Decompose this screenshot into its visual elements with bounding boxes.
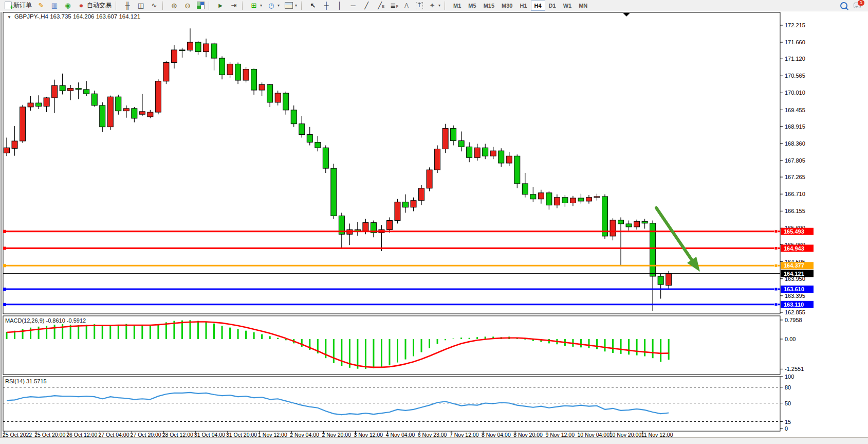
toolbar-separator: [445, 2, 448, 10]
timeframe-w1-button[interactable]: W1: [560, 1, 576, 11]
toolbar-separator: [242, 2, 246, 10]
toolbar-separator: [301, 2, 305, 10]
period-button[interactable]: ▾: [265, 0, 282, 11]
chart-area[interactable]: 172.215171.660171.120170.565170.010169.4…: [0, 0, 868, 444]
autotrading-button[interactable]: 自动交易: [75, 0, 114, 11]
text-button[interactable]: [400, 0, 413, 11]
fibonacci-button[interactable]: [386, 0, 400, 11]
new-chart-button[interactable]: ▾: [247, 0, 265, 11]
highlighter-button[interactable]: [34, 0, 48, 11]
trendline-button[interactable]: [360, 0, 373, 11]
new-order-icon: [5, 2, 12, 9]
candlestick-chart-icon: [137, 2, 145, 10]
shapes-button[interactable]: ▾: [426, 0, 443, 11]
timeframe-h1-button[interactable]: H1: [516, 1, 530, 11]
text-label-icon: [416, 2, 423, 9]
svg-text:163.395: 163.395: [785, 293, 805, 299]
symbol-title[interactable]: ▼GBPJPY-,H4 163.735 164.206 163.607 164.…: [7, 13, 140, 20]
signal-button[interactable]: [61, 0, 75, 11]
macd-indicator-label: MACD(12,26,9) -0.8610 -0.5912: [5, 317, 86, 324]
bar-chart-button[interactable]: [121, 0, 134, 11]
fibonacci-icon: [389, 2, 397, 10]
timeframe-h4-button[interactable]: H4: [531, 1, 545, 11]
svg-text:50: 50: [785, 400, 791, 406]
zoom-in-button[interactable]: [168, 0, 181, 11]
chart-canvas: 172.215171.660171.120170.565170.010169.4…: [0, 0, 868, 444]
svg-text:166.155: 166.155: [785, 208, 805, 214]
svg-text:172.215: 172.215: [785, 22, 805, 28]
timeframe-m1-button[interactable]: M1: [450, 1, 465, 11]
tile-windows-button[interactable]: [194, 0, 207, 11]
timeframe-d1-button[interactable]: D1: [545, 1, 560, 11]
svg-text:162.855: 162.855: [785, 309, 805, 315]
highlighter-icon: [37, 2, 45, 10]
template-icon: [285, 2, 293, 9]
chart-window-button[interactable]: [48, 0, 61, 11]
main-toolbar: 新订单自动交易▾▾▾▾M1M5M15M30H1H4D1W1MN1: [0, 0, 868, 11]
cursor-button[interactable]: [306, 0, 320, 11]
timeframe-mn-button[interactable]: MN: [575, 1, 591, 11]
autotrading-icon: [77, 2, 85, 10]
zoom-out-icon: [183, 2, 192, 10]
toolbar-separator: [209, 2, 212, 10]
svg-text:168.915: 168.915: [785, 123, 805, 130]
chat-icon[interactable]: 1: [854, 3, 861, 8]
auto-scroll-button[interactable]: [214, 0, 227, 11]
svg-text:100: 100: [785, 374, 794, 380]
trendline-icon: [362, 2, 371, 10]
zoom-out-button[interactable]: [181, 0, 194, 11]
mt4-terminal-window: { "toolbar": { "items": [ {"icon":"new-o…: [0, 0, 868, 444]
toolbar-button-label: 自动交易: [87, 1, 112, 10]
chart-window-icon: [50, 2, 59, 10]
horizontal-line-button[interactable]: [346, 0, 360, 11]
text-icon: [402, 2, 411, 10]
timeframe-m5-button[interactable]: M5: [465, 1, 479, 11]
chevron-down-icon[interactable]: ▾: [260, 3, 262, 8]
toolbar-button-label: 新订单: [13, 1, 32, 10]
chart-shift-button[interactable]: [227, 0, 241, 11]
equidistant-channel-button[interactable]: [373, 0, 386, 11]
svg-text:169.455: 169.455: [785, 107, 805, 113]
period-icon: [267, 2, 275, 10]
template-button[interactable]: ▾: [282, 0, 300, 11]
svg-text:163.610: 163.610: [784, 286, 804, 292]
svg-text:164.377: 164.377: [784, 262, 804, 269]
new-order-button[interactable]: 新订单: [2, 0, 34, 11]
collapse-triangle-icon[interactable]: ▼: [7, 15, 11, 20]
line-chart-button[interactable]: [147, 0, 161, 11]
timeframe-m15-button[interactable]: M15: [480, 1, 498, 11]
zoom-in-icon: [170, 2, 178, 10]
line-chart-icon: [150, 2, 158, 10]
vertical-line-icon: [336, 2, 344, 10]
svg-text:0: 0: [785, 425, 788, 432]
svg-text:163.110: 163.110: [784, 301, 804, 308]
horizontal-scrollbar-strip[interactable]: [0, 437, 868, 444]
search-icon[interactable]: [840, 2, 847, 9]
svg-text:0.7958: 0.7958: [785, 317, 802, 323]
text-label-button[interactable]: [413, 0, 426, 11]
svg-text:170.565: 170.565: [785, 73, 805, 79]
candlestick-chart-button[interactable]: [134, 0, 147, 11]
horizontal-line-icon: [349, 2, 357, 10]
svg-text:168.360: 168.360: [785, 140, 805, 147]
svg-text:171.660: 171.660: [785, 39, 805, 45]
price-axis: 172.215171.660171.120170.565170.010169.4…: [780, 22, 805, 432]
auto-scroll-icon: [216, 2, 225, 10]
chevron-down-icon[interactable]: ▾: [278, 3, 280, 8]
chart-shift-icon: [230, 2, 238, 10]
svg-text:164.943: 164.943: [784, 245, 804, 252]
vertical-line-button[interactable]: [333, 0, 346, 11]
svg-text:164.121: 164.121: [784, 271, 804, 277]
svg-text:171.120: 171.120: [785, 56, 805, 62]
chevron-down-icon[interactable]: ▾: [438, 3, 440, 8]
svg-text:15: 15: [785, 419, 791, 425]
svg-text:80: 80: [785, 384, 791, 390]
new-chart-icon: [250, 2, 258, 10]
bar-chart-icon: [123, 2, 132, 10]
crosshair-icon: [322, 2, 330, 10]
svg-text:170.010: 170.010: [785, 90, 805, 96]
chevron-down-icon[interactable]: ▾: [295, 3, 297, 8]
svg-text:167.805: 167.805: [785, 157, 805, 164]
timeframe-m30-button[interactable]: M30: [498, 1, 516, 11]
crosshair-button[interactable]: [320, 0, 333, 11]
